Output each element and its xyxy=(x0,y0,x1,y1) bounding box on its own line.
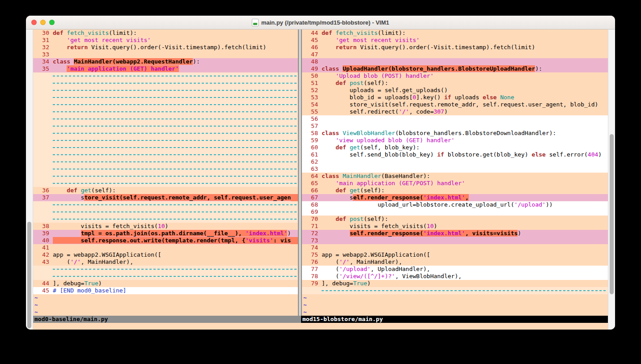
diff-filler-line[interactable] xyxy=(33,144,298,151)
diff-filler-line[interactable] xyxy=(33,158,298,165)
diff-filler-line[interactable] xyxy=(33,201,298,208)
code-line[interactable]: 32 return Visit.query().order(-Visit.tim… xyxy=(33,44,298,51)
code-line[interactable]: 76 ('/', MainHandler), xyxy=(302,258,608,266)
command-line[interactable] xyxy=(33,323,608,330)
empty-buffer-tilde: ~ xyxy=(33,294,298,301)
code-line[interactable]: 41 xyxy=(33,244,298,251)
code-line[interactable]: 61 self.send_blob(blob_key) if blobstore… xyxy=(302,151,608,158)
diff-filler-line[interactable] xyxy=(302,287,608,294)
line-number: 53 xyxy=(302,94,322,101)
code-line[interactable]: 31 'get most recent visits' xyxy=(33,37,298,44)
filler-dashes xyxy=(53,90,297,91)
code-line[interactable]: 38 visits = fetch_visits(10) xyxy=(33,223,298,230)
diff-filler-line[interactable] xyxy=(33,165,298,173)
diff-filler-line[interactable] xyxy=(33,273,298,280)
code-line[interactable]: 52 uploads = self.get_uploads() xyxy=(302,87,608,94)
code-line[interactable]: 69 xyxy=(302,208,608,216)
code-line[interactable]: 67 self.render_response('index.html', xyxy=(302,194,608,201)
diff-filler-line[interactable] xyxy=(33,180,298,187)
code-line[interactable]: 35 'main application (GET) handler' xyxy=(33,65,298,72)
close-button[interactable] xyxy=(31,20,37,25)
code-line[interactable]: 46 return Visit.query().order(-Visit.tim… xyxy=(302,44,608,51)
filler-dashes xyxy=(53,176,297,177)
code-line[interactable]: 73 xyxy=(302,237,608,244)
diff-filler-line[interactable] xyxy=(33,80,298,87)
line-number: 39 xyxy=(33,230,53,237)
code-line[interactable]: 40 self.response.out.write(template.rend… xyxy=(33,237,298,244)
code-line[interactable]: 44def fetch_visits(limit): xyxy=(302,30,608,37)
code-line[interactable]: 57 xyxy=(302,123,608,130)
statusline-right[interactable]: mod15-blobstore/main.py xyxy=(301,316,608,323)
statusline-left[interactable]: mod0-baseline/main.py xyxy=(33,316,301,323)
code-line[interactable]: 44], debug=True) xyxy=(33,280,298,287)
code-line[interactable]: 39 tmpl = os.path.join(os.path.dirname(_… xyxy=(33,230,298,237)
code-line[interactable]: 45# [END mod0_baseline] xyxy=(33,287,298,294)
code-line[interactable]: 70 def post(self): xyxy=(302,216,608,223)
code-line[interactable]: 33 xyxy=(33,51,298,58)
code-line[interactable]: 59 'view uploaded blob (GET) handler' xyxy=(302,137,608,144)
code-line[interactable]: 79], debug=True) xyxy=(302,280,608,287)
diff-filler-line[interactable] xyxy=(33,123,298,130)
window-title: main.py (/private/tmp/mod15-blobstore) -… xyxy=(252,19,389,26)
code-line[interactable]: 68 upload_url=blobstore.create_upload_ur… xyxy=(302,201,608,208)
code-line[interactable]: 45 'get most recent visits' xyxy=(302,37,608,44)
code-line[interactable]: 42app = webapp2.WSGIApplication([ xyxy=(33,251,298,258)
code-line[interactable]: 50 'Upload blob (POST) handler' xyxy=(302,72,608,80)
line-text: self.send_blob(blob_key) if blobstore.ge… xyxy=(322,151,602,158)
line-text: class MainHandler(webapp2.RequestHandler… xyxy=(53,58,200,65)
title-bar[interactable]: main.py (/private/tmp/mod15-blobstore) -… xyxy=(26,16,615,30)
minimize-button[interactable] xyxy=(40,20,46,25)
diff-filler-line[interactable] xyxy=(33,101,298,108)
code-line[interactable]: 62 xyxy=(302,158,608,165)
vertical-split-separator[interactable] xyxy=(298,30,302,316)
diff-filler-line[interactable] xyxy=(33,208,298,216)
code-line[interactable]: 43 ('/', MainHandler), xyxy=(33,258,298,266)
diff-filler-line[interactable] xyxy=(33,115,298,123)
code-line[interactable]: 51 def post(self): xyxy=(302,80,608,87)
diff-filler-line[interactable] xyxy=(33,72,298,80)
diff-filler-line[interactable] xyxy=(33,94,298,101)
left-scrollbar[interactable] xyxy=(26,30,33,330)
code-line[interactable]: 53 blob_id = uploads[0].key() if uploads… xyxy=(302,94,608,101)
code-line[interactable]: 49class UploadHandler(blobstore_handlers… xyxy=(302,65,608,72)
diff-filler-line[interactable] xyxy=(33,216,298,223)
code-line[interactable]: 48 xyxy=(302,58,608,65)
code-line[interactable]: 58class ViewBlobHandler(blobstore_handle… xyxy=(302,130,608,137)
code-line[interactable]: 63 xyxy=(302,165,608,173)
diff-filler-line[interactable] xyxy=(33,137,298,144)
code-line[interactable]: 56 xyxy=(302,115,608,123)
code-line[interactable]: 34class MainHandler(webapp2.RequestHandl… xyxy=(33,58,298,65)
code-line[interactable]: 71 visits = fetch_visits(10) xyxy=(302,223,608,230)
code-line[interactable]: 78 ('/view/([^/]+)?', ViewBlobHandler), xyxy=(302,273,608,280)
filler-dashes xyxy=(53,269,297,270)
line-number: 40 xyxy=(33,237,53,244)
zoom-button[interactable] xyxy=(49,20,55,25)
diff-filler-line[interactable] xyxy=(33,108,298,115)
diff-filler-line[interactable] xyxy=(33,266,298,273)
code-line[interactable]: 54 store_visit(self.request.remote_addr,… xyxy=(302,101,608,108)
code-line[interactable]: 72 self.render_response('index.html', vi… xyxy=(302,230,608,237)
right-scrollbar-thumb[interactable] xyxy=(610,134,614,294)
line-number xyxy=(33,151,53,158)
diff-filler-line[interactable] xyxy=(33,173,298,180)
line-number: 62 xyxy=(302,158,322,165)
diff-filler-line[interactable] xyxy=(33,151,298,158)
code-line[interactable]: 36 def get(self): xyxy=(33,187,298,194)
diff-filler-line[interactable] xyxy=(33,130,298,137)
code-line[interactable]: 66 def get(self): xyxy=(302,187,608,194)
code-line[interactable]: 75app = webapp2.WSGIApplication([ xyxy=(302,251,608,258)
left-scrollbar-thumb[interactable] xyxy=(27,222,31,328)
code-line[interactable]: 30def fetch_visits(limit): xyxy=(33,30,298,37)
code-line[interactable]: 77 ('/upload', UploadHandler), xyxy=(302,266,608,273)
code-line[interactable]: 74 xyxy=(302,244,608,251)
right-scrollbar[interactable] xyxy=(608,30,615,330)
code-line[interactable]: 47 xyxy=(302,51,608,58)
filler-dashes xyxy=(53,147,297,148)
code-line[interactable]: 65 'main application (GET/POST) handler' xyxy=(302,180,608,187)
code-line[interactable]: 60 def get(self, blob_key): xyxy=(302,144,608,151)
diff-filler-line[interactable] xyxy=(33,87,298,94)
code-line[interactable]: 37 store_visit(self.request.remote_addr,… xyxy=(33,194,298,201)
line-number xyxy=(33,266,53,273)
code-line[interactable]: 64class MainHandler(BaseHandler): xyxy=(302,173,608,180)
code-line[interactable]: 55 self.redirect('/', code=307) xyxy=(302,108,608,115)
